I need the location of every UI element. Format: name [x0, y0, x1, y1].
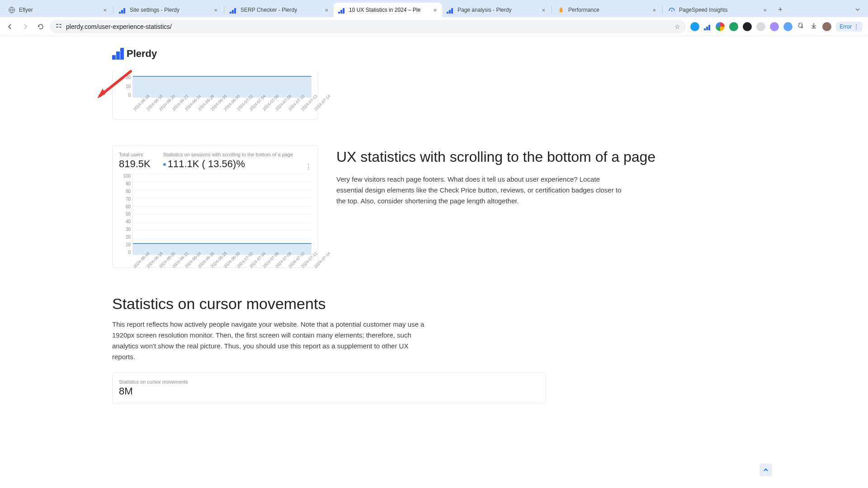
tab-site-settings[interactable]: Site settings - Plerdy ×: [114, 3, 223, 17]
tab-title: Site settings - Plerdy: [130, 7, 209, 13]
extension-icon[interactable]: [743, 22, 752, 31]
close-icon[interactable]: ×: [541, 6, 546, 14]
annotation-arrow-icon: [94, 69, 134, 101]
close-icon[interactable]: ×: [651, 6, 657, 14]
plerdy-logo[interactable]: Plerdy: [112, 48, 157, 60]
lighthouse-icon: [557, 6, 565, 14]
chart-x-ticks: 2024-06-162024-06-182024-06-202024-06-22…: [132, 99, 311, 116]
new-tab-button[interactable]: +: [774, 3, 787, 16]
chart-y-ticks: 1009080706050403020100: [119, 174, 132, 255]
stat-value-scroll-bottom: 111.1K ( 13.56)%: [163, 158, 293, 170]
extensions-row: Error⋮: [689, 22, 864, 32]
pagespeed-icon: [668, 6, 675, 14]
tab-serp-checker[interactable]: SERP Checker - Plerdy ×: [225, 3, 334, 17]
site-header: Plerdy: [0, 36, 868, 71]
tab-page-analysis[interactable]: Page analysis - Plerdy ×: [442, 3, 551, 17]
svg-rect-6: [56, 27, 58, 28]
chart-plot-area: [132, 174, 311, 255]
extensions-puzzle-icon[interactable]: [797, 22, 805, 32]
svg-line-8: [100, 71, 131, 96]
series-bullet-icon: [163, 163, 166, 166]
plerdy-icon: [230, 6, 237, 14]
tab-separator: [662, 5, 663, 14]
stat-value-total-users: 819.5K: [119, 158, 151, 170]
article-paragraph: Very few visitors reach page footers. Wh…: [336, 174, 626, 206]
partial-chart-card: 20100 2024-06-162024-06-182024-06-202024…: [112, 71, 318, 120]
plerdy-icon: [338, 6, 345, 14]
plerdy-logo-text: Plerdy: [127, 48, 157, 60]
error-chip[interactable]: Error⋮: [836, 22, 863, 32]
browser-toolbar: plerdy.com/user-experience-statistics/ ☆…: [0, 17, 868, 36]
profile-avatar[interactable]: [822, 22, 831, 31]
extension-icon[interactable]: [716, 22, 725, 31]
section-paragraph: This report reflects how actively people…: [112, 319, 429, 362]
svg-rect-4: [56, 24, 58, 25]
close-icon[interactable]: ×: [762, 6, 768, 14]
bookmark-star-icon[interactable]: ☆: [675, 23, 680, 30]
tab-title: Eflyer: [19, 7, 99, 13]
tab-title: SERP Checker - Plerdy: [241, 7, 320, 13]
extension-icon[interactable]: [729, 22, 738, 31]
tab-separator: [552, 5, 552, 14]
error-chip-label: Error: [840, 23, 852, 30]
tab-ux-statistics-active[interactable]: 10 UX Statistics in 2024 – Ple ×: [334, 3, 442, 17]
stat-label-cursor: Statistics on cursor movements: [119, 379, 539, 385]
stat-label-total-users: Total users: [119, 152, 151, 157]
tab-title: 10 UX Statistics in 2024 – Ple: [349, 7, 429, 13]
card-menu-button[interactable]: ⋮: [305, 163, 311, 171]
stat-label-scroll-bottom: Statistics on sessions with scrolling to…: [163, 152, 293, 157]
stat-value-text: 111.1K ( 13.56)%: [168, 158, 245, 169]
plerdy-icon: [447, 6, 454, 14]
close-icon[interactable]: ×: [102, 6, 108, 14]
tab-pagespeed[interactable]: PageSpeed Insights ×: [664, 3, 772, 17]
tab-title: PageSpeed Insights: [679, 7, 759, 13]
extension-icon[interactable]: [783, 22, 793, 31]
stat-value-cursor: 8M: [119, 385, 539, 397]
reload-button[interactable]: [34, 20, 47, 33]
close-icon[interactable]: ×: [324, 6, 329, 14]
page-body: Plerdy 20100 2024-06-162024-06-182024-06…: [0, 36, 868, 488]
chart-scroll-bottom: 1009080706050403020100 2024-06-162024-06…: [119, 174, 311, 264]
plerdy-ext-icon[interactable]: [704, 23, 711, 30]
browser-tabstrip: Eflyer × Site settings - Plerdy × SERP C…: [0, 0, 868, 17]
svg-rect-5: [59, 24, 61, 25]
forward-button[interactable]: [19, 20, 32, 33]
address-bar[interactable]: plerdy.com/user-experience-statistics/ ☆: [50, 20, 686, 33]
close-icon[interactable]: ×: [213, 6, 218, 14]
chart-x-ticks: 2024-06-162024-06-182024-06-202024-06-22…: [132, 256, 311, 273]
article-heading: UX statistics with scrolling to the bott…: [336, 148, 656, 167]
url-text: plerdy.com/user-experience-statistics/: [66, 23, 172, 30]
scroll-bottom-stats-card: Total users 819.5K Statistics on session…: [112, 145, 318, 268]
cursor-movements-card: Statistics on cursor movements 8M: [112, 372, 546, 404]
tab-title: Performance: [568, 7, 648, 13]
chart-top-partial: 20100 2024-06-162024-06-182024-06-202024…: [119, 75, 311, 116]
tab-title: Page analysis - Plerdy: [458, 7, 537, 13]
extension-icon[interactable]: [756, 22, 765, 31]
site-settings-icon[interactable]: [55, 22, 62, 31]
tab-overflow-button[interactable]: [851, 6, 864, 13]
plerdy-logo-icon: [112, 48, 124, 60]
section-heading: Statistics on cursor movements: [112, 295, 756, 313]
downloads-icon[interactable]: [810, 22, 818, 32]
tab-separator: [224, 5, 224, 14]
svg-rect-7: [59, 27, 61, 28]
scroll-to-top-button[interactable]: [760, 464, 772, 476]
svg-point-3: [671, 10, 673, 12]
tab-separator: [113, 5, 113, 14]
tab-performance[interactable]: Performance ×: [553, 3, 661, 17]
close-icon[interactable]: ×: [432, 6, 438, 14]
extension-icon[interactable]: [770, 22, 779, 31]
tab-eflyer[interactable]: Eflyer ×: [4, 3, 112, 17]
back-button[interactable]: [4, 20, 16, 33]
plerdy-icon: [119, 6, 126, 14]
extension-icon[interactable]: [690, 22, 699, 31]
globe-icon: [8, 6, 15, 14]
